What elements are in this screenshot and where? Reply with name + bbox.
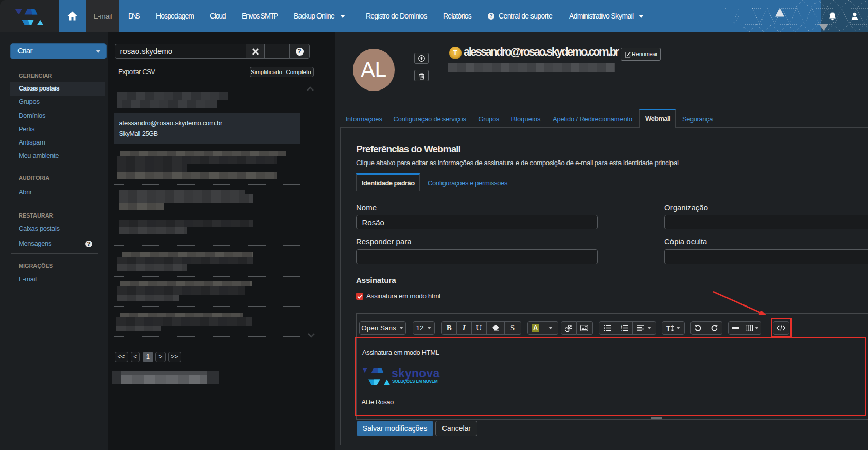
svg-text:3: 3 xyxy=(621,329,622,331)
